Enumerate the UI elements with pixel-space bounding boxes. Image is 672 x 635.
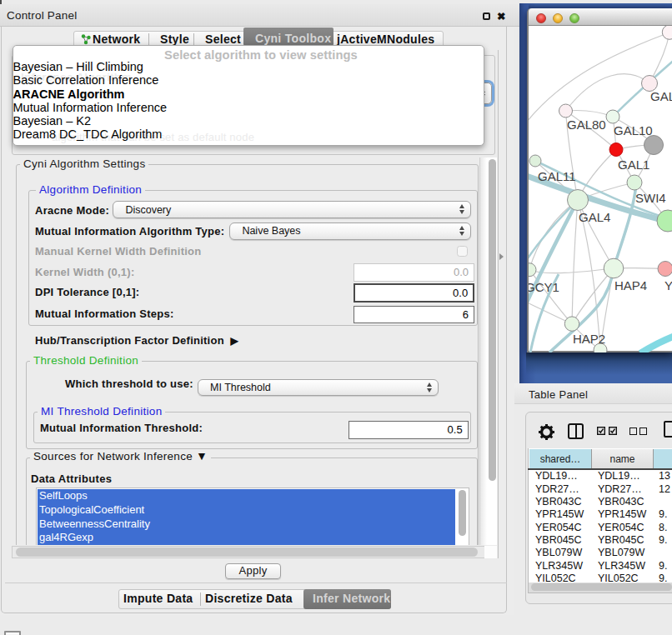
- svg-text:GAL1: GAL1: [618, 158, 649, 172]
- svg-text:GAL10: GAL10: [614, 123, 653, 138]
- svg-text:GAL: GAL: [650, 89, 672, 103]
- svg-text:GAL11: GAL11: [538, 169, 576, 183]
- svg-text:GAL80: GAL80: [567, 118, 606, 132]
- svg-text:SWI4: SWI4: [635, 191, 666, 205]
- svg-text:Y: Y: [664, 278, 672, 292]
- svg-text:GCY1: GCY1: [529, 280, 559, 294]
- svg-text:HAP4: HAP4: [614, 278, 647, 292]
- svg-text:GAL4: GAL4: [579, 210, 610, 224]
- svg-text:HAP2: HAP2: [573, 332, 605, 346]
